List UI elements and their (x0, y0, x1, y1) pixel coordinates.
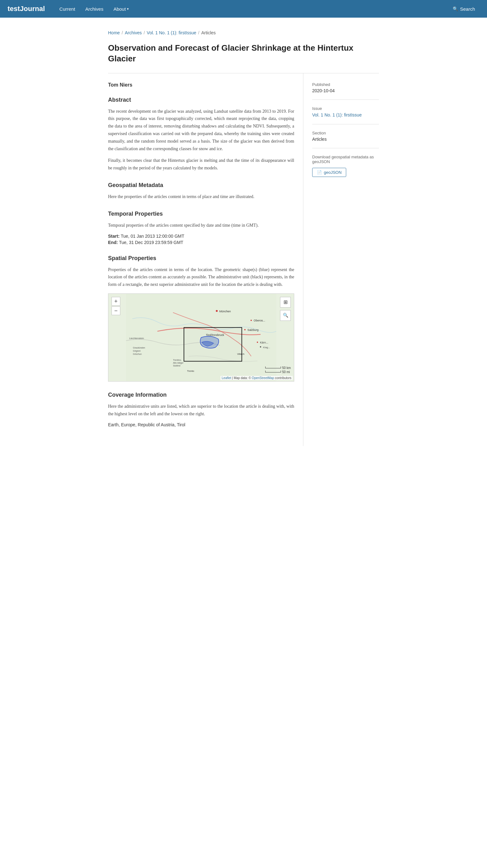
search-button[interactable]: 🔍 Search (448, 4, 480, 14)
sidebar-download: Download geospatial metadata as geoJSON … (312, 155, 379, 183)
scale-label-km: 50 km (282, 366, 291, 370)
temporal-heading: Temporal Properties (108, 211, 294, 217)
breadcrumb-sep-2: / (144, 30, 145, 35)
file-icon: 📄 (317, 170, 322, 175)
sidebar-section: Section Articles (312, 131, 379, 148)
section-value: Articles (312, 137, 379, 142)
published-date: 2020-10-04 (312, 88, 379, 93)
spatial-heading: Spatial Properties (108, 255, 294, 261)
svg-point-10 (260, 346, 261, 348)
svg-text:Grigioni: Grigioni (133, 350, 141, 352)
temporal-end: End: Tue, 31 Dec 2019 23:59:59 GMT (108, 240, 294, 245)
abstract-para-1: The recent development on the glacier wa… (108, 108, 294, 153)
svg-text:Liechtenstein: Liechtenstein (129, 337, 144, 340)
breadcrumb-sep-1: / (122, 30, 123, 35)
scale-label-mi: 50 mi (282, 370, 290, 374)
svg-text:Klag...: Klag... (263, 346, 270, 349)
author-name: Tom Niers (108, 82, 294, 88)
spatial-desc: Properties of the articles content in te… (108, 266, 294, 288)
temporal-start: Start: Tue, 01 Jan 2013 12:00:00 GMT (108, 234, 294, 239)
svg-text:Kärn...: Kärn... (260, 341, 268, 344)
geojson-download-button[interactable]: 📄 geoJSON (312, 168, 346, 177)
svg-text:Oberos...: Oberos... (253, 319, 265, 322)
breadcrumb-issue[interactable]: Vol. 1 No. 1 (1): firstIssue (147, 30, 196, 35)
map-search-icon: 🔍 (283, 313, 288, 318)
abstract-section: Abstract The recent development on the g… (108, 97, 294, 172)
abstract-para-2: Finally, it becomes clear that the Hinte… (108, 157, 294, 172)
temporal-desc: Temporal properties of the articles cont… (108, 222, 294, 229)
svg-text:Südtirol: Südtirol (173, 365, 181, 367)
breadcrumb: Home / Archives / Vol. 1 No. 1 (1): firs… (108, 30, 379, 35)
article-body: Tom Niers Abstract The recent developmen… (108, 73, 379, 446)
svg-text:Graubünden: Graubünden (133, 347, 145, 349)
spatial-section: Spatial Properties Properties of the art… (108, 255, 294, 381)
geospatial-heading: Geospatial Metadata (108, 182, 294, 189)
published-label: Published (312, 82, 379, 87)
svg-text:Trentino-: Trentino- (173, 359, 182, 361)
map-attribution: Leaflet | Map data: © OpenStreetMap cont… (220, 376, 293, 380)
breadcrumb-current: Articles (201, 30, 216, 35)
main-column: Tom Niers Abstract The recent developmen… (108, 73, 303, 446)
nav-link-archives[interactable]: Archives (81, 4, 108, 14)
nav-links: Current Archives About ▾ (55, 4, 449, 14)
map-zoom-out-button[interactable]: − (112, 306, 120, 315)
sidebar-published: Published 2020-10-04 (312, 82, 379, 100)
article-title: Observation and Forecast of Glacier Shri… (108, 43, 379, 64)
issue-label: Issue (312, 106, 379, 111)
map-zoom-controls: + − (112, 297, 120, 315)
coverage-desc: Here the administrative units are listed… (108, 403, 294, 418)
sidebar-issue: Issue Vol. 1 No. 1 (1): firstIssue (312, 106, 379, 124)
chevron-down-icon: ▾ (127, 7, 129, 11)
svg-text:Alto Adige/: Alto Adige/ (173, 362, 183, 364)
section-label: Section (312, 131, 379, 135)
map-container: München Oberos... Salzburg Kärn... Klag.… (108, 293, 294, 381)
download-label: Download geospatial metadata as geoJSON (312, 155, 379, 164)
abstract-heading: Abstract (108, 97, 294, 103)
leaflet-link[interactable]: Leaflet (222, 376, 231, 380)
coverage-value: Earth, Europe, Republic of Austria, Tiro… (108, 422, 294, 427)
svg-text:Trento: Trento (187, 370, 194, 372)
map-layer-button[interactable]: ⊞ (280, 297, 291, 308)
svg-point-4 (250, 319, 252, 321)
svg-text:München: München (219, 310, 231, 313)
nav-link-current[interactable]: Current (55, 4, 80, 14)
map-search-button[interactable]: 🔍 (280, 310, 291, 321)
search-icon: 🔍 (453, 6, 458, 11)
map-scale: 50 km 50 mi (265, 366, 291, 374)
svg-point-6 (244, 329, 246, 330)
coverage-heading: Coverage Information (108, 392, 294, 398)
osm-link[interactable]: OpenStreetMap (252, 376, 274, 380)
geospatial-intro: Here the properties of the articles cont… (108, 193, 294, 200)
svg-point-2 (216, 310, 218, 312)
scale-bar-mi (265, 371, 281, 372)
nav-link-about[interactable]: About ▾ (109, 4, 133, 14)
svg-point-8 (257, 342, 258, 343)
temporal-section: Temporal Properties Temporal properties … (108, 211, 294, 245)
breadcrumb-archives[interactable]: Archives (125, 30, 142, 35)
scale-bar-km (265, 367, 281, 368)
issue-link[interactable]: Vol. 1 No. 1 (1): firstIssue (312, 113, 362, 118)
coverage-section: Coverage Information Here the administra… (108, 392, 294, 427)
navbar: testJournal Current Archives About ▾ 🔍 S… (0, 0, 487, 18)
sidebar: Published 2020-10-04 Issue Vol. 1 No. 1 … (303, 73, 379, 446)
geospatial-section: Geospatial Metadata Here the properties … (108, 182, 294, 200)
svg-text:Salzburg: Salzburg (247, 329, 258, 332)
nav-brand[interactable]: testJournal (7, 5, 45, 13)
svg-text:Grischun: Grischun (133, 353, 142, 355)
page-wrapper: Home / Archives / Vol. 1 No. 1 (1): firs… (102, 18, 385, 459)
breadcrumb-sep-3: / (198, 30, 200, 35)
map-zoom-in-button[interactable]: + (112, 297, 120, 306)
breadcrumb-home[interactable]: Home (108, 30, 120, 35)
